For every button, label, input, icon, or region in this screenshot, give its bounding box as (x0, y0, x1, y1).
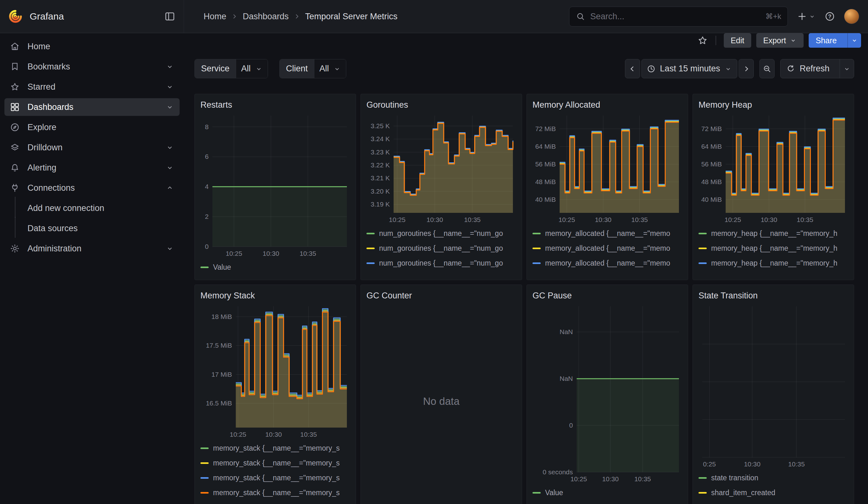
client-variable-control[interactable]: Client All (279, 59, 346, 78)
panel-title[interactable]: State Transition (699, 290, 848, 301)
breadcrumb-home[interactable]: Home (204, 12, 226, 21)
panel-title[interactable]: GC Counter (366, 290, 516, 301)
panel-title[interactable]: GC Pause (533, 290, 682, 301)
time-series-chart[interactable]: 72 MiB64 MiB56 MiB48 MiB40 MiB10:2510:30… (533, 112, 682, 225)
legend-item[interactable]: memory_stack {__name__="memory_s (200, 485, 350, 500)
time-series-chart[interactable]: 3.25 K3.24 K3.23 K3.22 K3.21 K3.20 K3.19… (366, 112, 516, 225)
home-icon (10, 41, 20, 51)
app-name: Grafana (30, 11, 64, 22)
sidebar-item-alerting[interactable]: Alerting (4, 159, 179, 176)
panel-title[interactable]: Restarts (200, 99, 350, 111)
sidebar-item-administration[interactable]: Administration (4, 240, 179, 257)
legend-item[interactable]: num_goroutines {__name__="num_go (366, 256, 516, 271)
legend-item[interactable]: state transition (699, 471, 848, 485)
export-button-label: Export (763, 36, 786, 45)
legend-item[interactable]: memory_heap {__name__="memory_h (699, 226, 848, 241)
legend-item[interactable]: memory_heap {__name__="memory_h (699, 256, 848, 271)
legend-swatch (366, 233, 375, 234)
service-variable-control[interactable]: Service All (194, 59, 268, 78)
time-series-chart[interactable]: 18 MiB17.5 MiB17 MiB16.5 MiB10:2510:3010… (200, 302, 350, 440)
legend-item[interactable]: num_goroutines {__name__="num_go (366, 271, 516, 275)
chevron-down-icon (333, 65, 341, 73)
help-button[interactable]: ? (825, 11, 835, 22)
time-series-chart[interactable]: 0:2510:3010:35 (699, 302, 848, 469)
svg-text:10:25: 10:25 (724, 216, 741, 223)
legend-item[interactable]: memory_heap {__name__="memory_h (699, 271, 848, 275)
legend-label: memory_stack {__name__="memory_s (213, 444, 340, 453)
chevron-down-icon[interactable] (166, 103, 174, 111)
legend-item[interactable]: memory_allocated {__name__="memo (533, 241, 682, 256)
sidebar-toggle-icon[interactable] (164, 11, 175, 22)
sidebar-item-explore[interactable]: Explore (4, 119, 179, 136)
panel-title[interactable]: Goroutines (366, 99, 516, 111)
dashboard-toolbar: Edit Export Share (184, 33, 868, 48)
search-input[interactable] (590, 12, 761, 21)
sidebar-item-dashboards[interactable]: Dashboards (4, 98, 179, 116)
share-dropdown-toggle[interactable] (847, 33, 861, 48)
time-shift-forward-button[interactable] (738, 59, 754, 78)
legend-item[interactable]: memory_stack {__name__="memory_s (200, 471, 350, 485)
chevron-down-icon[interactable] (166, 63, 174, 71)
legend-item[interactable]: Value (200, 260, 350, 275)
sidebar-item-home[interactable]: Home (4, 38, 179, 55)
legend-item[interactable]: memory_heap {__name__="memory_h (699, 241, 848, 256)
chevron-down-icon[interactable] (166, 164, 174, 172)
refresh-interval-toggle[interactable] (840, 59, 854, 78)
favorite-star-icon[interactable] (697, 35, 708, 46)
refresh-button[interactable]: Refresh (780, 59, 854, 78)
legend: num_goroutines {__name__="num_gonum_goro… (366, 225, 516, 275)
breadcrumb-dashboards[interactable]: Dashboards (243, 12, 289, 21)
sidebar-item-connections[interactable]: Connections (4, 179, 179, 197)
share-button[interactable]: Share (809, 33, 861, 48)
chevron-up-icon[interactable] (166, 184, 174, 192)
legend-item[interactable]: memory_allocated {__name__="memo (533, 256, 682, 271)
time-series-chart[interactable]: 8642010:2510:3010:35 (200, 112, 350, 259)
panel-title[interactable]: Memory Allocated (533, 99, 682, 111)
chevron-down-icon[interactable] (166, 245, 174, 253)
user-avatar[interactable] (844, 9, 859, 24)
search-shortcut: ⌘+k (765, 12, 781, 21)
svg-text:72 MiB: 72 MiB (701, 125, 722, 132)
sidebar-item-add-new-connection[interactable]: Add new connection (4, 199, 179, 217)
legend-item[interactable]: num_goroutines {__name__="num_go (366, 241, 516, 256)
refresh-main[interactable]: Refresh (781, 59, 835, 78)
grafana-logo-icon[interactable] (8, 9, 23, 24)
legend-item[interactable]: memory_allocated {__name__="memo (533, 271, 682, 275)
chevron-down-icon[interactable] (166, 83, 174, 91)
sidebar-item-bookmarks[interactable]: Bookmarks (4, 58, 179, 75)
export-button[interactable]: Export (756, 33, 804, 48)
zoom-out-button[interactable] (760, 59, 775, 78)
legend-swatch (533, 492, 541, 494)
sidebar-item-data-sources[interactable]: Data sources (4, 219, 179, 237)
add-menu-button[interactable] (797, 11, 816, 22)
panel-title[interactable]: Memory Heap (699, 99, 848, 111)
nav-right-section: ⌘+k ? (569, 7, 868, 27)
legend-item[interactable]: Value (533, 485, 682, 500)
svg-text:10:30: 10:30 (595, 216, 612, 223)
chevron-right-icon (231, 13, 238, 20)
legend-item[interactable]: memory_stack {__name__="memory_s (200, 456, 350, 471)
legend-item[interactable]: memory_stack {__name__="memory_s (200, 441, 350, 456)
svg-text:NaN: NaN (560, 375, 573, 382)
time-shift-back-button[interactable] (625, 59, 640, 78)
sidebar-item-drilldown[interactable]: Drilldown (4, 138, 179, 156)
panel-title[interactable]: Memory Stack (200, 290, 350, 301)
service-variable-value[interactable]: All (236, 59, 268, 78)
edit-button[interactable]: Edit (724, 33, 751, 48)
time-range-picker[interactable]: Last 15 minutes (641, 59, 738, 78)
share-button-label[interactable]: Share (809, 33, 844, 48)
svg-text:10:25: 10:25 (230, 431, 247, 438)
client-variable-value[interactable]: All (314, 59, 346, 78)
legend-item[interactable]: shard_item_created (699, 485, 848, 500)
panel-memory-allocated: Memory Allocated72 MiB64 MiB56 MiB48 MiB… (526, 94, 688, 280)
svg-text:17.5 MiB: 17.5 MiB (206, 342, 232, 349)
time-series-chart[interactable]: 72 MiB64 MiB56 MiB48 MiB40 MiB10:2510:30… (699, 112, 848, 225)
chevron-down-icon[interactable] (166, 143, 174, 152)
legend-item[interactable]: num_goroutines {__name__="num_go (366, 226, 516, 241)
time-series-chart[interactable]: NaNNaN00 seconds10:2510:3010:35 (533, 302, 682, 484)
legend-swatch (200, 267, 209, 268)
legend-item[interactable]: memory_allocated {__name__="memo (533, 226, 682, 241)
sidebar-item-starred[interactable]: Starred (4, 78, 179, 96)
plug-icon (10, 183, 20, 193)
search-box[interactable]: ⌘+k (569, 7, 788, 27)
